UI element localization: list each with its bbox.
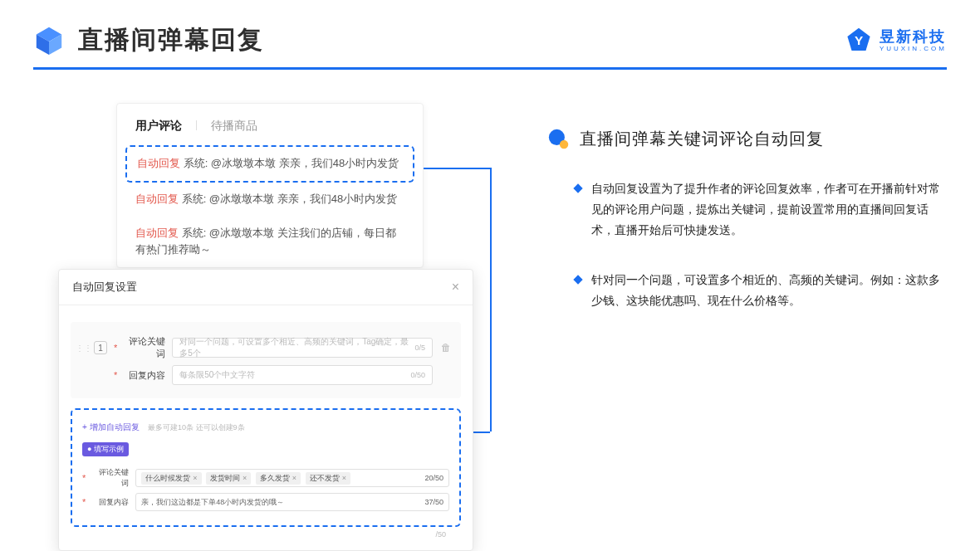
settings-title: 自动回复设置 xyxy=(72,280,137,295)
index-badge: 1 xyxy=(94,341,107,354)
auto-reply-tag: 自动回复 xyxy=(135,193,179,205)
tabs: 用户评论 | 待播商品 xyxy=(117,104,423,145)
comment-row: 自动回复 系统: @冰墩墩本墩 亲亲，我们48小时内发货 xyxy=(117,183,423,217)
example-block: + 增加自动回复 最多可建10条 还可以创建9条 ● 填写示例 * 评论关键词 … xyxy=(71,408,461,527)
tag-chip[interactable]: 还不发货× xyxy=(306,472,350,485)
auto-reply-tag: 自动回复 xyxy=(137,157,180,169)
required-star-icon: * xyxy=(82,497,86,507)
page-title: 直播间弹幕回复 xyxy=(78,23,264,57)
comments-card: 用户评论 | 待播商品 自动回复 系统: @冰墩墩本墩 亲亲，我们48小时内发货… xyxy=(116,103,424,268)
keyword-counter: 0/5 xyxy=(414,344,425,352)
required-star-icon: * xyxy=(114,343,117,353)
tag-remove-icon: × xyxy=(243,474,247,482)
tag-container: 什么时候发货× 发货时间× 多久发货× 还不发货× xyxy=(141,472,353,485)
tab-products[interactable]: 待播商品 xyxy=(211,119,257,134)
example-content-label: 回复内容 xyxy=(92,497,129,508)
required-star-icon: * xyxy=(114,370,117,380)
add-link-row: + 增加自动回复 最多可建10条 还可以创建9条 xyxy=(82,418,449,440)
trash-icon[interactable]: 🗑 xyxy=(439,342,453,354)
right-column: 直播间弹幕关键词评论自动回复 自动回复设置为了提升作者的评论回复效率，作者可在开… xyxy=(548,103,947,339)
bullet-text: 自动回复设置为了提升作者的评论回复效率，作者可在开播前针对常见的评论用户问题，提… xyxy=(591,178,947,241)
tag-remove-icon: × xyxy=(292,474,296,482)
content-counter: 0/50 xyxy=(410,371,425,379)
settings-modal: 自动回复设置 × ⋮⋮ 1 * 评论关键词 对同一个问题，可设置多个相近、高频的… xyxy=(58,269,473,551)
cube-logo-icon xyxy=(33,25,65,56)
form-block: ⋮⋮ 1 * 评论关键词 对同一个问题，可设置多个相近、高频的关键词，Tag确定… xyxy=(71,322,461,398)
section-header: 直播间弹幕关键词评论自动回复 xyxy=(548,128,947,150)
bullet-item: 针对同一个问题，可设置多个相近的、高频的关键词。例如：这款多少钱、这块能优惠吗、… xyxy=(575,270,947,311)
example-keyword-input[interactable]: 什么时候发货× 发货时间× 多久发货× 还不发货× 20/50 xyxy=(135,469,449,487)
brand-name: 昱新科技 xyxy=(880,29,947,44)
auto-reply-tag: 自动回复 xyxy=(135,227,179,239)
keyword-placeholder: 对同一个问题，可设置多个相近、高频的关键词，Tag确定，最多5个 xyxy=(179,336,414,359)
connector-line xyxy=(424,168,490,169)
example-keyword-label: 评论关键词 xyxy=(92,467,129,489)
example-keyword-row: * 评论关键词 什么时候发货× 发货时间× 多久发货× 还不发货× 20/50 xyxy=(82,467,449,489)
example-content-input[interactable]: 亲，我们这边都是下单48小时内发货的哦～ 37/50 xyxy=(135,493,449,511)
section-icon xyxy=(548,129,570,150)
content-label: 回复内容 xyxy=(124,369,165,382)
brand-icon: Y xyxy=(845,27,873,55)
svg-text:Y: Y xyxy=(855,33,863,47)
brand-block: Y 昱新科技 YUUXIN.COM xyxy=(845,27,947,55)
main-content: 用户评论 | 待播商品 自动回复 系统: @冰墩墩本墩 亲亲，我们48小时内发货… xyxy=(0,70,980,339)
tab-user-comments[interactable]: 用户评论 xyxy=(135,119,182,134)
header-left: 直播间弹幕回复 xyxy=(33,23,264,57)
comment-row: 自动回复 系统: @冰墩墩本墩 关注我们的店铺，每日都有热门推荐呦～ xyxy=(117,217,423,268)
svg-point-5 xyxy=(560,139,568,148)
comment-text: 系统: @冰墩墩本墩 亲亲，我们48小时内发货 xyxy=(182,193,398,205)
tag-chip[interactable]: 什么时候发货× xyxy=(141,472,201,485)
example-badge: ● 填写示例 xyxy=(82,442,129,456)
bullet-list: 自动回复设置为了提升作者的评论回复效率，作者可在开播前针对常见的评论用户问题，提… xyxy=(548,178,947,311)
content-placeholder: 每条限50个中文字符 xyxy=(179,369,255,381)
keyword-input[interactable]: 对同一个问题，可设置多个相近、高频的关键词，Tag确定，最多5个 0/5 xyxy=(172,338,433,358)
tag-remove-icon: × xyxy=(342,474,346,482)
page-header: 直播间弹幕回复 Y 昱新科技 YUUXIN.COM xyxy=(0,0,980,57)
bullet-text: 针对同一个问题，可设置多个相近的、高频的关键词。例如：这款多少钱、这块能优惠吗、… xyxy=(591,270,947,311)
brand-text: 昱新科技 YUUXIN.COM xyxy=(880,29,947,52)
settings-body: ⋮⋮ 1 * 评论关键词 对同一个问题，可设置多个相近、高频的关键词，Tag确定… xyxy=(59,305,473,550)
tag-remove-icon: × xyxy=(193,474,197,482)
below-counter: /50 xyxy=(71,530,461,539)
left-column: 用户评论 | 待播商品 自动回复 系统: @冰墩墩本墩 亲亲，我们48小时内发货… xyxy=(58,103,473,339)
comment-text: 系统: @冰墩墩本墩 亲亲，我们48小时内发货 xyxy=(184,157,399,169)
example-content-value: 亲，我们这边都是下单48小时内发货的哦～ xyxy=(141,497,284,508)
bullet-item: 自动回复设置为了提升作者的评论回复效率，作者可在开播前针对常见的评论用户问题，提… xyxy=(575,178,947,241)
tab-separator: | xyxy=(195,119,198,134)
comment-row-highlighted: 自动回复 系统: @冰墩墩本墩 亲亲，我们48小时内发货 xyxy=(125,145,414,183)
tag-chip[interactable]: 多久发货× xyxy=(256,472,301,485)
add-hint: 最多可建10条 还可以创建9条 xyxy=(148,423,245,432)
content-input[interactable]: 每条限50个中文字符 0/50 xyxy=(172,365,433,385)
connector-line xyxy=(490,168,492,432)
keyword-label: 评论关键词 xyxy=(124,335,165,360)
diamond-icon xyxy=(573,183,582,193)
settings-header: 自动回复设置 × xyxy=(59,270,473,305)
close-icon[interactable]: × xyxy=(452,280,459,295)
example-content-row: * 回复内容 亲，我们这边都是下单48小时内发货的哦～ 37/50 xyxy=(82,493,449,511)
example-keyword-counter: 20/50 xyxy=(424,474,443,482)
form-row-keyword: ⋮⋮ 1 * 评论关键词 对同一个问题，可设置多个相近、高频的关键词，Tag确定… xyxy=(76,335,453,360)
section-title: 直播间弹幕关键词评论自动回复 xyxy=(580,128,824,150)
tag-chip[interactable]: 发货时间× xyxy=(206,472,251,485)
required-star-icon: * xyxy=(82,473,86,483)
diamond-icon xyxy=(573,275,582,284)
add-auto-reply-link[interactable]: + 增加自动回复 xyxy=(82,422,140,433)
brand-sub: YUUXIN.COM xyxy=(880,46,947,52)
drag-handle-icon[interactable]: ⋮⋮ xyxy=(76,344,87,353)
form-row-content: * 回复内容 每条限50个中文字符 0/50 xyxy=(76,365,453,385)
example-content-counter: 37/50 xyxy=(424,498,443,506)
